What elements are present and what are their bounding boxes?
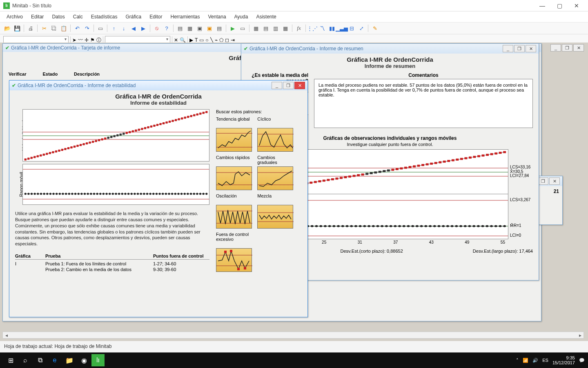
worksheet-icon[interactable]: ▦ [186, 24, 194, 32]
nav-next-icon[interactable]: ▶ [139, 24, 147, 32]
polyline-tool-icon[interactable]: ⌁ [215, 37, 218, 43]
svg-point-368 [205, 193, 207, 195]
svg-rect-121 [503, 151, 506, 153]
chart-bar-icon[interactable]: ▮▮ [328, 24, 336, 32]
mdi-parent-close[interactable]: ✕ [573, 44, 584, 52]
grid-icon[interactable]: ▦ [281, 24, 290, 32]
stability-min[interactable]: _ [272, 82, 282, 89]
cancel-icon[interactable]: ⦸ [153, 24, 161, 32]
svg-rect-88 [361, 173, 364, 175]
tray-time: 9:35 [552, 355, 575, 360]
tile-icon[interactable]: ▦ [252, 24, 260, 32]
svg-point-166 [424, 225, 427, 227]
fx-icon[interactable]: fx [295, 24, 303, 32]
minitab-taskbar-icon[interactable]: lı [91, 354, 105, 366]
edit-icon[interactable]: ✎ [371, 24, 379, 32]
table-icon[interactable]: ▥ [272, 24, 280, 32]
summary-min[interactable]: _ [503, 45, 513, 52]
text-tool-icon[interactable]: T [195, 37, 198, 43]
tray-up-icon[interactable]: ˄ [516, 358, 519, 363]
help-icon[interactable]: ? [163, 24, 171, 32]
menu-estadisticas[interactable]: Estadísticas [89, 13, 119, 20]
menu-calc[interactable]: Calc [71, 13, 85, 20]
save-icon[interactable]: 💾 [13, 24, 21, 32]
windows-list-icon[interactable]: ▭ [238, 24, 247, 32]
edge-icon[interactable]: e [47, 354, 62, 366]
tray-notifications-icon[interactable]: 💬 [579, 358, 585, 363]
marker-tool-icon[interactable]: ◻ [225, 37, 229, 43]
range-tool-icon[interactable]: ⇥ [231, 37, 235, 43]
crosshair-icon[interactable]: ✛ [85, 37, 89, 43]
window-stability-title[interactable]: ✔ Gráfica I-MR de OrdenCorrida - Informe… [9, 81, 307, 90]
window-summary-title[interactable]: ✔ Gráfica I-MR de OrdenCorrida - Informe… [241, 44, 539, 54]
search-icon[interactable]: ⌕ [18, 354, 33, 366]
delete-icon[interactable]: ✕ [174, 37, 178, 43]
print-icon[interactable]: 🖨 [27, 24, 35, 32]
summary-max[interactable]: ❐ [514, 45, 525, 52]
menu-editar[interactable]: Editar [29, 13, 45, 20]
stability-max[interactable]: ❐ [283, 82, 294, 89]
zoom-icon[interactable]: 🔍 [180, 37, 186, 43]
svg-rect-280 [126, 132, 128, 134]
open-icon[interactable]: 📂 [3, 24, 11, 32]
svg-point-346 [137, 193, 139, 195]
cut-icon[interactable]: ✂ [40, 24, 48, 32]
select-tool-icon[interactable]: ▶ [189, 37, 193, 43]
polygon-tool-icon[interactable]: ⬠ [219, 37, 223, 43]
brush-icon[interactable]: 〰 [78, 37, 83, 43]
chart-histogram-icon[interactable]: ▁▃▅ [338, 24, 346, 32]
graph-folder-icon[interactable]: ▣ [205, 24, 214, 32]
mdi-parent-min[interactable]: _ [550, 44, 561, 52]
menu-ventana[interactable]: Ventana [207, 13, 228, 20]
redo-icon[interactable]: ↷ [83, 24, 91, 32]
menu-editor[interactable]: Editor [148, 13, 164, 20]
svg-rect-119 [494, 153, 497, 155]
chart-scatter-icon[interactable]: ⋮⋰ [308, 24, 316, 32]
svg-point-320 [56, 193, 58, 195]
close-button[interactable]: ✕ [572, 2, 581, 9]
chrome-icon[interactable]: ◉ [77, 354, 91, 366]
explorer-icon[interactable]: 📁 [62, 354, 77, 366]
project-manager-icon[interactable]: ▣ [196, 24, 204, 32]
tray-lang[interactable]: ES [542, 358, 548, 363]
menu-herramientas[interactable]: Herramientas [169, 13, 202, 20]
menu-ayuda[interactable]: Ayuda [233, 13, 250, 20]
new-window-icon[interactable]: ▭ [96, 24, 105, 32]
aux-max[interactable]: ❐ [538, 177, 548, 185]
copy-icon[interactable]: ⿻ [50, 24, 58, 32]
maximize-button[interactable]: ▢ [555, 2, 564, 9]
tray-network-icon[interactable]: 📶 [523, 358, 528, 363]
arrow-up-icon[interactable]: ↑ [110, 24, 118, 32]
flag-icon[interactable]: ⚑ [90, 37, 95, 43]
paste-icon[interactable]: 📋 [60, 24, 68, 32]
run-icon[interactable]: ▶ [229, 24, 237, 32]
minimize-button[interactable]: — [537, 2, 547, 9]
tray-volume-icon[interactable]: 🔊 [532, 358, 538, 363]
undo-icon[interactable]: ↶ [73, 24, 81, 32]
line-tool-icon[interactable]: ╲ [210, 37, 213, 43]
chart-boxplot-icon[interactable]: ⊟ [347, 24, 356, 32]
report-icon[interactable]: ▤ [215, 24, 223, 32]
stability-close[interactable]: ✕ [294, 82, 305, 89]
summary-close[interactable]: ✕ [526, 45, 536, 52]
start-button[interactable]: ⊞ [3, 354, 18, 366]
menu-datos[interactable]: Datos [50, 13, 66, 20]
arrow-down-icon[interactable]: ↓ [120, 24, 128, 32]
circle-tool-icon[interactable]: ○ [205, 37, 208, 43]
pointer-icon[interactable]: ➤ [72, 37, 76, 43]
aux-close[interactable]: ✕ [549, 177, 560, 185]
worksheet-hscroll[interactable]: ◂ ▸ [2, 332, 584, 339]
svg-point-182 [494, 225, 497, 227]
menu-archivo[interactable]: Archivo [5, 13, 24, 20]
rect-tool-icon[interactable]: ▭ [199, 37, 204, 43]
nav-prev-icon[interactable]: ◀ [129, 24, 138, 32]
session-window-icon[interactable]: ▤ [176, 24, 184, 32]
menu-asistente[interactable]: Asistente [254, 13, 278, 20]
cascade-icon[interactable]: ▤ [262, 24, 270, 32]
chart-probability-icon[interactable]: ⤢ [357, 24, 365, 32]
mdi-parent-restore[interactable]: ❐ [562, 44, 572, 52]
menu-grafica[interactable]: Gráfica [124, 13, 143, 20]
svg-rect-104 [430, 163, 433, 165]
task-view-icon[interactable]: ⧉ [33, 354, 47, 366]
chart-line-icon[interactable]: 〽 [318, 24, 326, 32]
